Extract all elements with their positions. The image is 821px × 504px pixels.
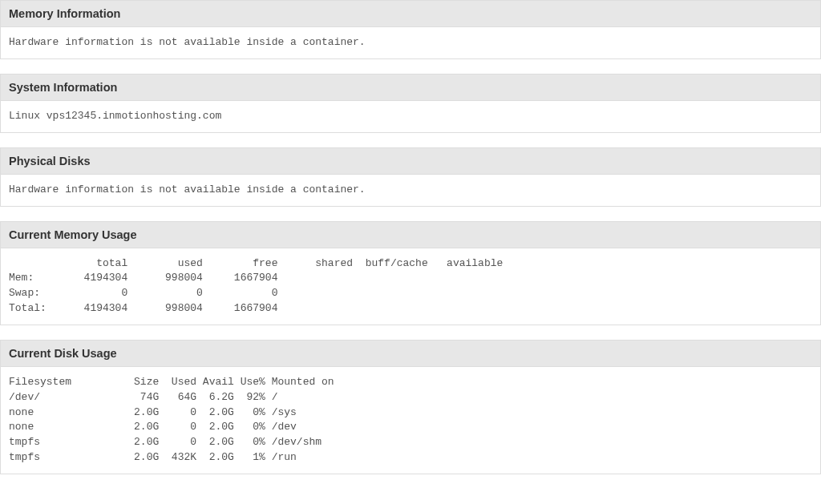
current-memory-usage-header: Current Memory Usage (1, 222, 820, 248)
current-memory-usage-panel: Current Memory Usage total used free sha… (0, 221, 821, 325)
current-memory-usage-text: total used free shared buff/cache availa… (9, 256, 812, 317)
physical-disks-panel: Physical Disks Hardware information is n… (0, 147, 821, 207)
physical-disks-body: Hardware information is not available in… (1, 175, 820, 206)
system-information-panel: System Information Linux vps12345.inmoti… (0, 74, 821, 133)
memory-information-panel: Memory Information Hardware information … (0, 0, 821, 59)
current-disk-usage-body: Filesystem Size Used Avail Use% Mounted … (1, 367, 820, 474)
system-information-text: Linux vps12345.inmotionhosting.com (9, 109, 812, 124)
system-information-header: System Information (1, 75, 820, 101)
current-disk-usage-panel: Current Disk Usage Filesystem Size Used … (0, 340, 821, 474)
memory-information-header: Memory Information (1, 1, 820, 27)
system-information-body: Linux vps12345.inmotionhosting.com (1, 101, 820, 132)
memory-information-body: Hardware information is not available in… (1, 27, 820, 58)
current-disk-usage-text: Filesystem Size Used Avail Use% Mounted … (9, 375, 812, 466)
current-disk-usage-header: Current Disk Usage (1, 341, 820, 367)
physical-disks-header: Physical Disks (1, 148, 820, 175)
memory-information-text: Hardware information is not available in… (9, 35, 812, 50)
physical-disks-text: Hardware information is not available in… (9, 183, 812, 198)
current-memory-usage-body: total used free shared buff/cache availa… (1, 248, 820, 325)
